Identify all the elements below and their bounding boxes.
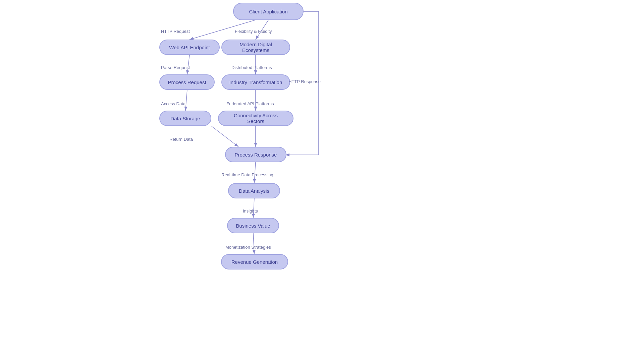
node-industry-transformation: Industry Transformation	[221, 74, 290, 90]
node-data-storage: Data Storage	[159, 111, 211, 126]
node-business-value: Business Value	[227, 218, 279, 233]
svg-line-11	[253, 233, 254, 254]
label-parse-request: Parse Request	[161, 65, 190, 70]
node-process-request: Process Request	[159, 74, 215, 90]
label-realtime: Real-time Data Processing	[221, 172, 273, 177]
node-data-analysis: Data Analysis	[228, 183, 280, 198]
node-process-response: Process Response	[225, 147, 286, 162]
label-http-request: HTTP Request	[161, 29, 190, 34]
label-http-response: HTTP Response	[288, 79, 321, 84]
label-return-data: Return Data	[169, 137, 193, 142]
node-client-application: Client Application	[233, 3, 304, 20]
node-web-api-endpoint: Web API Endpoint	[159, 40, 220, 55]
diagram-container: Client Application Web API Endpoint Mode…	[0, 0, 644, 362]
svg-line-5	[185, 90, 187, 111]
svg-line-10	[253, 198, 254, 218]
label-insights: Insights	[243, 208, 258, 214]
connections-svg	[0, 0, 644, 362]
svg-line-3	[187, 55, 190, 74]
label-flexibility: Flexibility & Fluidity	[235, 29, 272, 34]
svg-line-7	[211, 126, 238, 147]
node-revenue-generation: Revenue Generation	[221, 254, 288, 269]
node-modern-digital: Modern Digital Ecosystems	[221, 40, 290, 55]
node-connectivity-across: Connectivity Across Sectors	[218, 111, 293, 126]
label-distributed: Distributed Platforms	[231, 65, 272, 70]
label-monetization: Monetization Strategies	[225, 245, 271, 250]
label-access-data: Access Data	[161, 101, 185, 106]
label-federated: Federated API Platforms	[226, 101, 274, 106]
